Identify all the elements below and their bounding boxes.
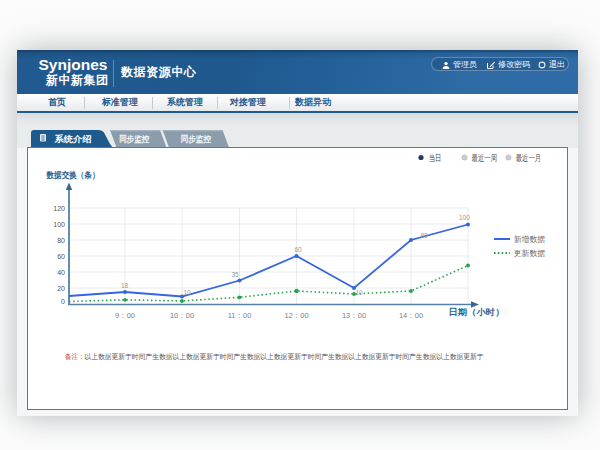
svg-text:系统介绍: 系统介绍 xyxy=(53,134,92,144)
svg-text:60: 60 xyxy=(57,253,65,260)
svg-text:120: 120 xyxy=(53,205,65,212)
svg-text:10: 10 xyxy=(356,289,364,296)
svg-text:14：00: 14：00 xyxy=(399,311,423,320)
svg-text:日期（小时）: 日期（小时） xyxy=(449,307,505,317)
svg-text:当日: 当日 xyxy=(429,153,442,163)
svg-text:同步监控: 同步监控 xyxy=(181,134,212,144)
svg-text:更新数据: 更新数据 xyxy=(514,249,546,258)
svg-text:11：00: 11：00 xyxy=(228,311,252,320)
svg-text:20: 20 xyxy=(57,285,65,292)
svg-text:35: 35 xyxy=(232,271,240,278)
svg-text:最近一月: 最近一月 xyxy=(516,153,542,163)
svg-text:13：00: 13：00 xyxy=(342,311,366,320)
svg-text:100: 100 xyxy=(459,214,470,221)
svg-text:40: 40 xyxy=(57,269,65,276)
svg-text:同步监控: 同步监控 xyxy=(119,134,150,144)
svg-text:10：00: 10：00 xyxy=(170,311,194,320)
svg-text:0: 0 xyxy=(61,298,65,305)
svg-text:80: 80 xyxy=(421,232,429,239)
svg-text:10: 10 xyxy=(184,289,192,296)
svg-text:100: 100 xyxy=(53,221,65,228)
svg-text:最近一周: 最近一周 xyxy=(472,153,498,163)
svg-text:18: 18 xyxy=(121,282,129,289)
svg-text:新增数据: 新增数据 xyxy=(514,235,546,244)
svg-text:9：00: 9：00 xyxy=(115,311,135,320)
svg-text:12：00: 12：00 xyxy=(284,311,308,320)
svg-text:以上数据更新于时间产生数据以上数据更新于时间产生数据以上数据: 以上数据更新于时间产生数据以上数据更新于时间产生数据以上数据更新于时间产生数据以… xyxy=(85,352,484,361)
svg-text:60: 60 xyxy=(295,246,303,253)
svg-text:数据交换（条）: 数据交换（条） xyxy=(46,170,100,180)
svg-text:备注：: 备注： xyxy=(65,352,85,361)
svg-text:80: 80 xyxy=(57,237,65,244)
